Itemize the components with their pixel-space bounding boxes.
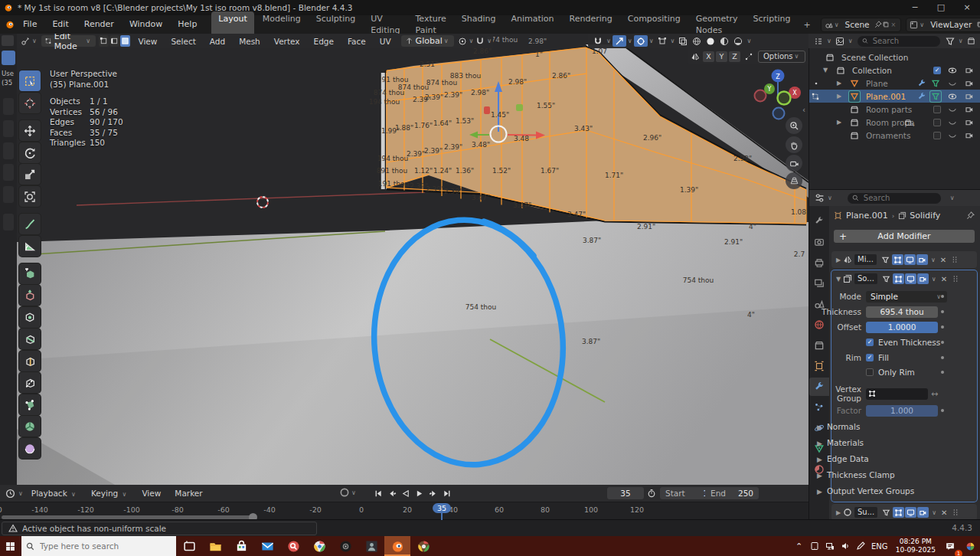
blender-menu-logo-icon[interactable]	[5, 20, 15, 29]
modifier-header-Su[interactable]: ▶ Su... ∨ ✕	[831, 504, 977, 521]
outliner-row-scene-collection[interactable]: Scene Collection	[809, 51, 980, 64]
section-edge-data[interactable]: ▶Edge Data	[817, 454, 869, 463]
extras-chevron[interactable]: ∨	[929, 509, 939, 516]
expand-caret[interactable]: ▶	[834, 257, 843, 263]
clipped-tool-button[interactable]	[3, 142, 14, 159]
expand-caret[interactable]: ▶	[837, 93, 841, 100]
show-in-editmode-toggle[interactable]	[893, 273, 904, 284]
selectable-checkbox[interactable]	[932, 130, 942, 141]
shading-solid-icon[interactable]	[717, 35, 731, 47]
outliner-row-plane-001[interactable]: ▶Plane.001	[809, 90, 980, 103]
outliner-row-room-parts[interactable]: Room parts	[809, 103, 980, 116]
auto-keying-toggle[interactable]: ∨	[339, 487, 358, 498]
extras-chevron[interactable]: ∨	[928, 257, 939, 263]
animate-property-dot[interactable]	[941, 409, 944, 412]
outliner-item-label[interactable]: Collection	[852, 66, 892, 75]
viewport-menu-add[interactable]: Add	[203, 37, 232, 46]
menu-file[interactable]: File	[15, 15, 44, 34]
eye-off-icon[interactable]	[947, 117, 958, 128]
outliner-row-ornaments[interactable]: Ornaments	[809, 129, 980, 142]
animate-property-dot[interactable]	[941, 341, 944, 344]
extras-chevron[interactable]: ∨	[929, 276, 939, 283]
animate-property-dot[interactable]	[941, 356, 944, 359]
taskbar-icon-mail[interactable]	[254, 536, 280, 556]
animate-property-dot[interactable]	[941, 295, 944, 298]
measure-tool[interactable]	[19, 236, 41, 257]
section-materials[interactable]: ▶Materials	[817, 438, 864, 447]
animate-property-dot[interactable]	[941, 325, 944, 329]
outliner-row-plane[interactable]: ▶Plane	[809, 77, 980, 90]
end-frame-field[interactable]: End250	[705, 487, 759, 499]
unlink-scene-icon[interactable]: ×	[890, 21, 898, 28]
taskbar-clock[interactable]: 08:26 PM 10-09-2025	[891, 538, 940, 554]
add-cube-tool[interactable]	[19, 263, 41, 284]
properties-tab-render[interactable]	[809, 233, 829, 251]
outliner-search[interactable]	[858, 36, 940, 47]
properties-tab-tool[interactable]	[809, 212, 829, 231]
select-box-tool[interactable]	[2, 51, 15, 65]
overlays-icon[interactable]	[676, 35, 690, 47]
new-viewlayer-icon[interactable]	[976, 21, 980, 28]
outliner-item-label[interactable]: Scene Collection	[841, 53, 908, 62]
mirror-axis-y-button[interactable]: Y	[716, 51, 727, 62]
maximize-button[interactable]: □	[928, 0, 954, 15]
annotate-tool[interactable]	[19, 214, 41, 234]
viewport-3d[interactable]: Y X Z 874 thou2.98"2.86"1"1.072.51"883 t…	[17, 34, 808, 485]
offset-slider[interactable]: 1.0000	[866, 322, 938, 333]
menu-edit[interactable]: Edit	[44, 15, 76, 34]
scale-tool[interactable]	[19, 164, 41, 185]
snap-icon[interactable]	[475, 35, 485, 47]
new-scene-icon[interactable]	[882, 21, 890, 28]
outliner-item-label[interactable]: Plane.001	[866, 92, 906, 101]
clipped-tool-button[interactable]	[3, 186, 14, 203]
snap-target-icon[interactable]	[612, 35, 626, 47]
selectable-checkbox[interactable]	[932, 117, 942, 128]
zoom-button[interactable]	[786, 117, 802, 134]
viewlayer-selector[interactable]: ∨ ViewLayer ×	[906, 18, 980, 32]
sidebar-collapse-arrow[interactable]: ‹	[802, 106, 805, 114]
taskbar-icon-photos[interactable]	[358, 536, 384, 556]
gizmo-toggle-icon[interactable]	[655, 35, 669, 47]
taskbar-icon-browser-2[interactable]	[410, 536, 436, 556]
previous-keyframe-button[interactable]	[385, 487, 399, 499]
current-frame-field[interactable]: 35	[607, 487, 644, 499]
modifier-panel-mirror[interactable]: ▶ Mi... ∨ ✕	[831, 251, 977, 268]
taskbar-icon-chrome[interactable]	[306, 536, 332, 556]
clipped-tool-button[interactable]	[3, 214, 14, 231]
delete-modifier-button[interactable]: ✕	[939, 256, 948, 264]
fill-label[interactable]: Fill	[878, 353, 889, 362]
modifier-funnel-icon[interactable]	[930, 78, 941, 89]
drag-handle[interactable]	[952, 275, 959, 283]
viewport-menu-edge[interactable]: Edge	[307, 37, 341, 46]
network-icon[interactable]	[822, 536, 838, 556]
drag-handle[interactable]	[952, 509, 959, 516]
camera-icon[interactable]	[964, 104, 975, 115]
transform-orientation-dropdown[interactable]: Global ∨	[401, 35, 454, 47]
section-output-vertex-groups[interactable]: ▶Output Vertex Groups	[817, 486, 914, 495]
tablet-mode-icon[interactable]	[807, 536, 822, 556]
extrude-region-tool[interactable]	[19, 285, 41, 306]
widgets-icon[interactable]	[960, 536, 980, 556]
next-keyframe-button[interactable]	[426, 487, 440, 499]
rotate-tool[interactable]	[19, 142, 41, 163]
editor-type-icon[interactable]	[2, 35, 14, 46]
camera-icon[interactable]	[964, 91, 975, 102]
jump-to-end-button[interactable]	[440, 487, 454, 499]
scene-selector[interactable]: ∨ Scene ×	[821, 18, 902, 32]
camera-view-button[interactable]	[786, 155, 802, 172]
new-collection-icon[interactable]	[965, 35, 978, 47]
pin-icon[interactable]	[966, 211, 975, 220]
selectable-checkbox[interactable]	[932, 104, 942, 115]
timeline-ruler[interactable]: 35 -160-140-120-100-80-60-40-20020406080…	[0, 502, 808, 520]
viewport-menu-vertex[interactable]: Vertex	[267, 37, 307, 46]
menu-help[interactable]: Help	[170, 15, 204, 34]
modifier-header-Mi[interactable]: ▶ Mi... ∨ ✕	[831, 251, 977, 268]
expand-caret[interactable]: ▼	[834, 276, 843, 283]
eye-on-icon[interactable]	[947, 91, 958, 102]
mirror-axis-x-button[interactable]: X	[703, 51, 714, 62]
timeline-menu-playback[interactable]: Playback ∨	[24, 489, 84, 498]
invert-vertex-group-icon[interactable]: ↔	[931, 389, 938, 399]
edge-select-mode-button[interactable]	[109, 35, 119, 47]
editor-type-icon[interactable]	[812, 35, 825, 47]
expand-caret[interactable]: ▶	[837, 80, 841, 87]
